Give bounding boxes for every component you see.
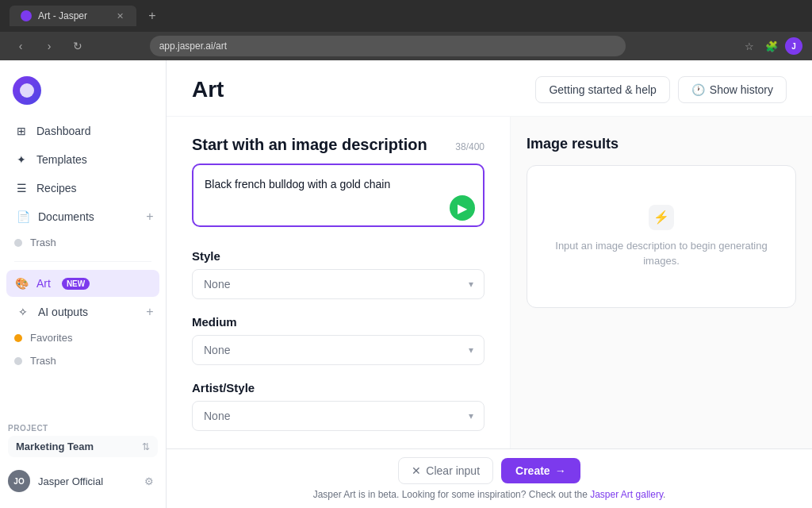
project-selector[interactable]: Marketing Team ⇅ bbox=[8, 436, 158, 457]
main-header: Art Getting started & help 🕐 Show histor… bbox=[167, 60, 812, 117]
profile-avatar[interactable]: J bbox=[785, 37, 802, 55]
results-placeholder: ⚡ Input an image description to begin ge… bbox=[527, 165, 796, 308]
app-container: ⊞ Dashboard ✦ Templates ☰ Recipes 📄 Docu… bbox=[0, 60, 812, 508]
new-tab-button[interactable]: + bbox=[143, 6, 162, 25]
placeholder-text: Input an image description to begin gene… bbox=[543, 238, 779, 269]
sidebar-item-art[interactable]: 🎨 Art NEW bbox=[6, 270, 159, 297]
art-panel: Start with an image description 38/400 B… bbox=[167, 117, 511, 448]
sidebar-recipes-label: Recipes bbox=[36, 182, 77, 194]
sidebar-item-favorites[interactable]: Favorites bbox=[6, 327, 159, 348]
nav-divider bbox=[14, 261, 151, 262]
results-title: Image results bbox=[527, 136, 796, 152]
show-history-label: Show history bbox=[710, 83, 773, 96]
sidebar-ai-outputs-label: AI outputs bbox=[38, 306, 88, 318]
sidebar-item-ai-outputs[interactable]: ✧ AI outputs bbox=[8, 298, 142, 325]
create-arrow-icon: → bbox=[555, 464, 566, 477]
show-history-button[interactable]: 🕐 Show history bbox=[678, 76, 787, 103]
sidebar-trash-label: Trash bbox=[30, 237, 56, 248]
project-section: PROJECT Marketing Team ⇅ bbox=[0, 421, 166, 464]
project-chevron-icon: ⇅ bbox=[142, 441, 150, 452]
favorites-dot bbox=[14, 334, 22, 342]
header-actions: Getting started & help 🕐 Show history bbox=[535, 76, 787, 103]
logo-inner bbox=[20, 83, 34, 98]
templates-icon: ✦ bbox=[14, 152, 29, 167]
artist-style-select[interactable]: None Picasso Van Gogh Monet bbox=[192, 401, 485, 431]
browser-chrome: Art - Jasper ✕ + bbox=[0, 0, 812, 32]
beta-notice: Jasper Art is in beta. Looking for some … bbox=[313, 489, 666, 500]
beta-notice-text: Jasper Art is in beta. Looking for some … bbox=[313, 489, 591, 500]
trash-dot bbox=[14, 239, 22, 247]
create-button[interactable]: Create → bbox=[501, 458, 580, 483]
logo-circle bbox=[13, 76, 41, 105]
user-item[interactable]: JO Jasper Official ⚙ bbox=[0, 464, 166, 498]
sidebar-trash2-label: Trash bbox=[30, 355, 56, 367]
dashboard-icon: ⊞ bbox=[14, 124, 29, 138]
bottom-bar: ✕ Clear input Create → Jasper Art is in … bbox=[167, 448, 812, 508]
char-count: 38/400 bbox=[455, 141, 485, 152]
page-title: Art bbox=[192, 77, 224, 102]
sidebar-documents-label: Documents bbox=[38, 210, 94, 223]
description-input[interactable]: Black french bulldog with a gold chain bbox=[192, 164, 485, 227]
section-title: Start with an image description bbox=[192, 136, 427, 154]
style-select[interactable]: None Realistic Abstract Cartoon bbox=[192, 269, 485, 299]
artist-style-select-wrapper: None Picasso Van Gogh Monet ▾ bbox=[192, 401, 485, 431]
generate-button[interactable]: ▶ bbox=[450, 195, 475, 221]
address-bar[interactable]: app.jasper.ai/art bbox=[150, 36, 626, 56]
documents-icon: 📄 bbox=[16, 210, 30, 224]
style-select-wrapper: None Realistic Abstract Cartoon ▾ bbox=[192, 269, 485, 299]
beta-notice-end: . bbox=[663, 489, 665, 500]
trash2-dot bbox=[14, 357, 22, 365]
bottom-actions: ✕ Clear input Create → bbox=[398, 457, 580, 484]
ai-outputs-icon: ✧ bbox=[16, 305, 30, 319]
generate-icon: ▶ bbox=[458, 201, 467, 216]
create-label: Create bbox=[515, 464, 550, 477]
forward-button[interactable]: › bbox=[38, 35, 60, 57]
favicon-icon bbox=[21, 10, 32, 21]
clear-input-button[interactable]: ✕ Clear input bbox=[398, 457, 493, 484]
recipes-icon: ☰ bbox=[14, 181, 29, 195]
clear-icon: ✕ bbox=[412, 464, 421, 477]
add-document-button[interactable]: + bbox=[142, 209, 158, 225]
reload-button[interactable]: ↻ bbox=[67, 35, 89, 57]
user-settings-button[interactable]: ⚙ bbox=[140, 472, 158, 490]
tab-title: Art - Jasper bbox=[38, 10, 87, 21]
sidebar-item-recipes[interactable]: ☰ Recipes bbox=[6, 175, 159, 202]
getting-started-button[interactable]: Getting started & help bbox=[535, 76, 669, 103]
avatar-initials: JO bbox=[13, 477, 24, 486]
address-text: app.jasper.ai/art bbox=[159, 40, 227, 52]
sidebar-item-documents[interactable]: 📄 Documents bbox=[8, 203, 142, 230]
getting-started-label: Getting started & help bbox=[549, 83, 656, 96]
style-label: Style bbox=[192, 249, 485, 263]
jasper-art-gallery-link[interactable]: Jasper Art gallery bbox=[590, 489, 663, 500]
sidebar-item-dashboard[interactable]: ⊞ Dashboard bbox=[6, 117, 159, 144]
sidebar-item-templates[interactable]: ✦ Templates bbox=[6, 146, 159, 173]
back-button[interactable]: ‹ bbox=[10, 35, 32, 57]
medium-select[interactable]: None Oil Paint Watercolor Digital bbox=[192, 335, 485, 365]
main-body: Start with an image description 38/400 B… bbox=[167, 117, 812, 448]
description-wrapper: Black french bulldog with a gold chain ▶ bbox=[192, 164, 485, 230]
placeholder-lightning-icon: ⚡ bbox=[649, 205, 674, 230]
sidebar-art-label: Art bbox=[36, 277, 51, 290]
sidebar-item-trash2[interactable]: Trash bbox=[6, 350, 159, 371]
tab-close-button[interactable]: ✕ bbox=[114, 10, 125, 21]
art-icon: 🎨 bbox=[14, 276, 29, 291]
artist-style-label: Artist/Style bbox=[192, 381, 485, 394]
bookmark-icon[interactable]: ☆ bbox=[741, 37, 758, 55]
sidebar-favorites-label: Favorites bbox=[30, 332, 72, 344]
sidebar-item-trash[interactable]: Trash bbox=[6, 232, 159, 253]
sidebar: ⊞ Dashboard ✦ Templates ☰ Recipes 📄 Docu… bbox=[0, 60, 167, 508]
browser-tab[interactable]: Art - Jasper ✕ bbox=[10, 6, 136, 26]
add-ai-output-button[interactable]: + bbox=[142, 304, 158, 320]
sidebar-nav: ⊞ Dashboard ✦ Templates ☰ Recipes 📄 Docu… bbox=[0, 117, 166, 421]
toolbar-icons: ☆ 🧩 J bbox=[741, 37, 802, 55]
extensions-icon[interactable]: 🧩 bbox=[763, 37, 780, 55]
browser-toolbar: ‹ › ↻ app.jasper.ai/art ☆ 🧩 J bbox=[0, 32, 812, 60]
clear-input-label: Clear input bbox=[426, 464, 480, 477]
sidebar-templates-label: Templates bbox=[36, 153, 87, 166]
image-results-panel: Image results ⚡ Input an image descripti… bbox=[511, 117, 812, 448]
medium-label: Medium bbox=[192, 315, 485, 329]
user-name: Jasper Official bbox=[38, 475, 103, 487]
project-name: Marketing Team bbox=[16, 441, 94, 452]
project-label: PROJECT bbox=[8, 424, 158, 433]
art-badge: NEW bbox=[62, 278, 90, 290]
